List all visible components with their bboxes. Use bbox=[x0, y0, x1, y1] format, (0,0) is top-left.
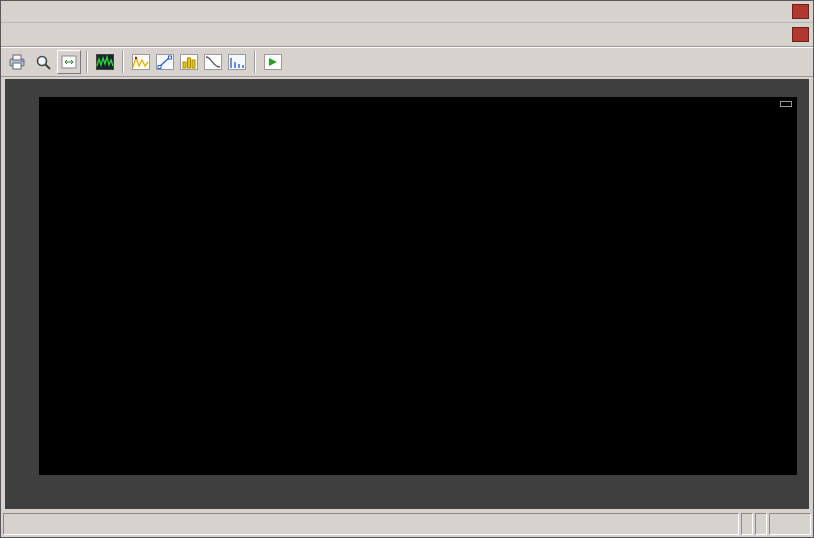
sample-rate-value bbox=[755, 513, 767, 535]
time-value bbox=[769, 513, 811, 535]
spectrum-plot-canvas[interactable] bbox=[39, 97, 797, 475]
menu-item-help[interactable] bbox=[71, 32, 87, 38]
signal-statistics-button[interactable] bbox=[177, 50, 201, 74]
toolbar-separator bbox=[86, 51, 88, 73]
yellow-peaks-icon bbox=[132, 54, 150, 70]
curve-icon bbox=[204, 54, 222, 70]
menu-item-tools[interactable] bbox=[23, 32, 39, 38]
printer-icon bbox=[8, 54, 28, 70]
title-bar[interactable] bbox=[1, 1, 813, 23]
fit-to-view-button[interactable] bbox=[57, 50, 81, 74]
menu-close-icon[interactable] bbox=[792, 27, 809, 42]
status-message bbox=[3, 513, 739, 535]
playback-button[interactable] bbox=[261, 50, 285, 74]
distortion-measurements-button[interactable] bbox=[225, 50, 249, 74]
figure-area bbox=[5, 79, 809, 509]
zoom-button[interactable] bbox=[32, 50, 57, 74]
toolbar bbox=[1, 47, 813, 77]
green-spectrum-icon bbox=[96, 54, 114, 70]
spectrum-settings-button[interactable] bbox=[93, 50, 117, 74]
menu-item-playback[interactable] bbox=[55, 32, 71, 38]
export-button[interactable] bbox=[5, 50, 32, 74]
close-icon[interactable] bbox=[792, 4, 809, 19]
legend[interactable] bbox=[780, 101, 792, 107]
cursor-measurements-button[interactable] bbox=[153, 50, 177, 74]
blue-cursor-icon bbox=[156, 54, 174, 70]
axes-area bbox=[39, 97, 797, 475]
menu-bar bbox=[1, 23, 813, 47]
toolbar-separator bbox=[122, 51, 124, 73]
toolbar-separator bbox=[254, 51, 256, 73]
rbw-value bbox=[741, 513, 753, 535]
expand-arrows-icon bbox=[61, 55, 77, 69]
ccdf-measurements-button[interactable] bbox=[201, 50, 225, 74]
play-icon bbox=[264, 54, 282, 70]
yellow-bars-icon bbox=[180, 54, 198, 70]
blue-spectrum-icon bbox=[228, 54, 246, 70]
status-bar bbox=[3, 513, 811, 535]
menu-item-view[interactable] bbox=[39, 32, 55, 38]
menu-item-file[interactable] bbox=[7, 32, 23, 38]
peak-finder-button[interactable] bbox=[129, 50, 153, 74]
magnifier-icon bbox=[35, 54, 53, 70]
spectrum-analyzer-window: { "window": { "title": "Spectrum Analyze… bbox=[0, 0, 814, 538]
